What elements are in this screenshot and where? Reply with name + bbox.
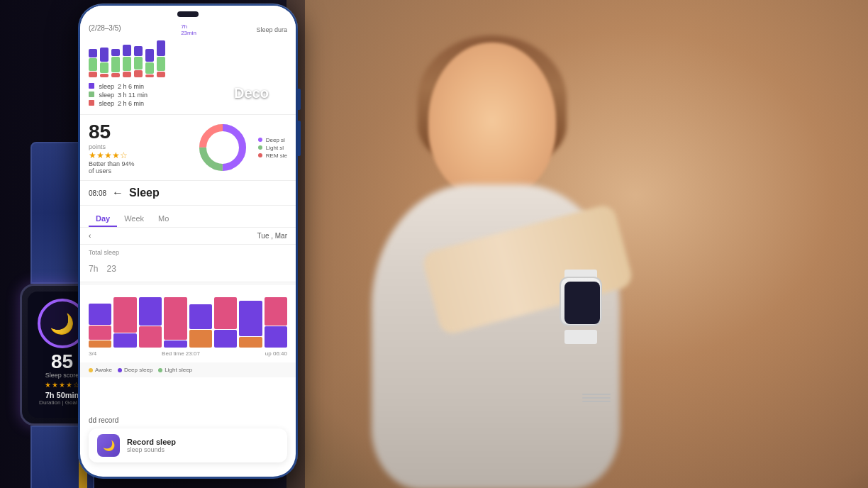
smartphone-device: (2/28–3/5) 7h23min Sleep dura xyxy=(78,4,298,479)
deco-label: Deco xyxy=(234,85,269,101)
add-record-area: dd record xyxy=(80,414,296,427)
light-sleep-legend-dot xyxy=(158,368,162,372)
sleep-main-section: 08:08 ← Sleep Day Week Mo ‹ Tue , Mar To… xyxy=(80,181,296,377)
chart-bar-6 xyxy=(214,297,237,348)
highlight-time: 7h23min xyxy=(181,23,196,36)
chart-bar-4 xyxy=(164,297,187,348)
light-sleep-dot xyxy=(258,145,262,150)
deep-sleep-dot xyxy=(258,138,262,142)
record-sleep-button[interactable]: 🌙 Record sleep sleep sounds xyxy=(89,428,287,462)
points-label: points xyxy=(89,143,135,150)
chart-bar-7 xyxy=(239,301,262,348)
deep-sleep-legend-dot xyxy=(118,368,122,372)
date-navigation: ‹ Tue , Mar xyxy=(80,228,296,245)
woman-head xyxy=(428,43,556,199)
chart-bar-3 xyxy=(139,297,162,348)
donut-chart xyxy=(198,123,247,172)
tab-month[interactable]: Mo xyxy=(151,211,176,227)
bed-time-label: Bed time 23:07 xyxy=(162,350,200,357)
watch-stars: ★★★★☆ xyxy=(45,381,80,389)
chart-date-label: 3/4 xyxy=(89,350,96,357)
watch-duration: 7h 50min xyxy=(45,391,79,399)
chart-bar-2 xyxy=(113,297,136,348)
watch-score-label: Sleep score xyxy=(45,372,79,379)
record-sleep-title: Record sleep xyxy=(127,438,279,446)
bar-group-1 xyxy=(89,49,97,77)
bar-group-2 xyxy=(100,48,108,77)
background-photo xyxy=(286,0,868,488)
sleep-legend: Awake Deep sleep Light sleep xyxy=(80,362,296,377)
bar-group-3 xyxy=(111,49,120,77)
legend-awake: Awake xyxy=(89,367,112,373)
wrist-smartwatch xyxy=(549,270,613,348)
bar-group-5 xyxy=(134,46,143,77)
sleep-title: Sleep xyxy=(129,187,160,199)
points-score: 85 xyxy=(89,121,135,143)
tab-week[interactable]: Week xyxy=(117,211,151,227)
chart-bar-1 xyxy=(89,304,111,348)
donut-legend: Deep sl Light sl REM sle xyxy=(258,137,287,159)
legend-deep: Deep sl xyxy=(258,137,287,143)
legend-light-sleep: Light sleep xyxy=(158,367,192,373)
points-desc: Better than 94%of users xyxy=(89,160,135,174)
back-arrow[interactable]: ← xyxy=(112,187,123,199)
points-stars: ★★★★☆ xyxy=(89,150,135,160)
total-sleep-label: Total sleep xyxy=(80,245,296,257)
moon-icon: 🌙 xyxy=(50,312,74,336)
week-bar-chart xyxy=(89,42,287,77)
wake-time-label: up 06:40 xyxy=(265,350,287,357)
phone-side-button-2 xyxy=(298,121,301,156)
phone-side-button-1 xyxy=(298,89,301,110)
legend-light: Light sl xyxy=(258,145,287,151)
record-sleep-icon: 🌙 xyxy=(97,434,120,457)
current-date: Tue , Mar xyxy=(257,232,287,240)
rem-sleep-dot xyxy=(258,153,262,157)
week-range-label: (2/28–3/5) xyxy=(89,24,121,32)
bar-group-6 xyxy=(145,49,154,77)
watch-score: 85 xyxy=(51,352,73,372)
chart-bar-8 xyxy=(265,297,287,348)
record-sleep-text: Record sleep sleep sounds xyxy=(127,438,279,453)
legend-deep-sleep: Deep sleep xyxy=(118,367,152,373)
record-sleep-subtitle: sleep sounds xyxy=(127,446,279,453)
awake-dot xyxy=(89,368,93,372)
status-time: 08:08 xyxy=(89,189,106,197)
total-sleep-value: 7h 23 xyxy=(80,257,296,282)
prev-arrow[interactable]: ‹ xyxy=(89,232,91,240)
bar-group-7 xyxy=(157,40,165,77)
points-section: 85 points ★★★★☆ Better than 94%of users xyxy=(80,115,296,181)
sleep-tabs: Day Week Mo xyxy=(80,206,296,228)
tab-day[interactable]: Day xyxy=(89,211,117,227)
sleep-chart: 3/4 Bed time 23:07 up 06:40 xyxy=(80,285,296,362)
sleep-dur-label: Sleep dura xyxy=(256,26,287,33)
chart-bar-5 xyxy=(189,304,212,348)
phone-camera-notch xyxy=(177,11,199,17)
bar-group-4 xyxy=(123,45,131,77)
legend-rem: REM sle xyxy=(258,152,287,159)
sleep-header: 08:08 ← Sleep xyxy=(80,181,296,206)
